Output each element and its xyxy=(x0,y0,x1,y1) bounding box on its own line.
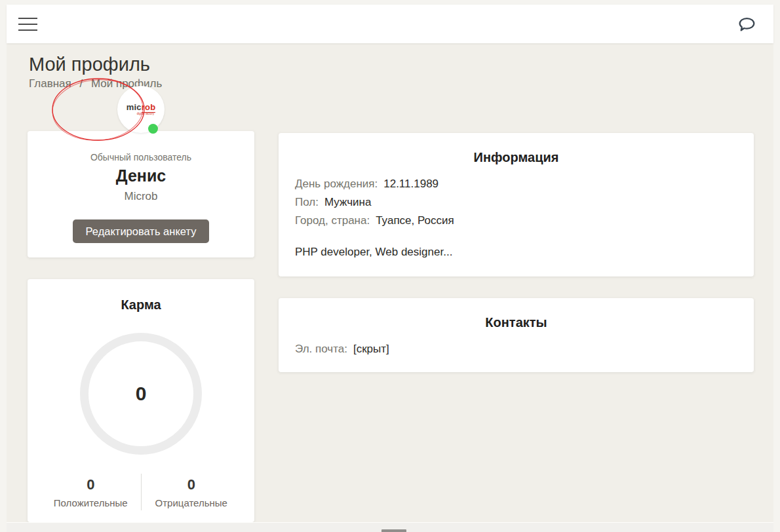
edit-profile-button[interactable]: Редактировать анкету xyxy=(73,219,210,243)
field-gender-label: Пол: xyxy=(295,196,319,208)
user-company: Microb xyxy=(41,190,241,203)
online-status-dot xyxy=(148,124,158,134)
negative-label: Отрицательные xyxy=(142,497,242,509)
user-role: Обычный пользователь xyxy=(41,152,241,162)
main-content: Мой профиль Главная / Мой профиль microb… xyxy=(7,43,773,522)
logo-text-primary: mic xyxy=(127,102,142,112)
user-avatar[interactable]: microb digital factory xyxy=(117,86,165,133)
right-column: Информация День рождения:12.11.1989 Пол:… xyxy=(279,133,754,522)
top-header-bar xyxy=(7,5,773,43)
field-birthday-label: День рождения: xyxy=(295,178,378,190)
karma-card: Карма 0 0 Положительные 0 Отрицательные xyxy=(28,279,254,522)
positive-count: 0 xyxy=(41,476,141,493)
field-location-label: Город, страна: xyxy=(295,214,370,227)
information-title: Информация xyxy=(295,149,737,166)
information-fields: День рождения:12.11.1989 Пол:Мужчина Гор… xyxy=(295,175,737,230)
content-row: microb digital factory Обычный пользоват… xyxy=(28,131,754,522)
page-title: Мой профиль xyxy=(29,52,754,76)
logo-text-accent: rob xyxy=(142,102,156,113)
negative-count: 0 xyxy=(142,476,242,493)
footer-handle[interactable] xyxy=(381,529,406,532)
field-gender-value: Мужчина xyxy=(324,196,371,208)
user-description: PHP developer, Web designer... xyxy=(295,243,737,261)
chat-button[interactable] xyxy=(735,13,758,35)
karma-ring: 0 xyxy=(80,333,202,455)
breadcrumb-home-link[interactable]: Главная xyxy=(29,77,71,90)
field-gender: Пол:Мужчина xyxy=(295,193,737,212)
karma-positive-stat: 0 Положительные xyxy=(41,476,141,509)
footer-strip xyxy=(7,522,773,532)
speech-bubble-icon xyxy=(736,14,757,35)
karma-stats: 0 Положительные 0 Отрицательные xyxy=(41,475,241,510)
field-email-value: [скрыт] xyxy=(353,343,389,355)
contacts-card: Контакты Эл. почта:[скрыт] xyxy=(279,298,754,372)
field-email: Эл. почта:[скрыт] xyxy=(295,340,737,358)
field-email-label: Эл. почта: xyxy=(295,343,347,355)
field-birthday-value: 12.11.1989 xyxy=(383,178,439,190)
menu-hamburger-icon[interactable] xyxy=(18,15,38,33)
profile-card: Обычный пользователь Денис Microb Редакт… xyxy=(28,131,254,257)
field-location-value: Туапсе, Россия xyxy=(376,214,454,227)
logo-tagline: digital factory xyxy=(137,112,155,116)
user-name: Денис xyxy=(41,166,241,185)
contacts-title: Контакты xyxy=(295,314,737,331)
left-column: microb digital factory Обычный пользоват… xyxy=(28,131,254,522)
field-location: Город, страна:Туапсе, Россия xyxy=(295,212,737,230)
information-card: Информация День рождения:12.11.1989 Пол:… xyxy=(279,133,754,276)
karma-total-value: 0 xyxy=(136,383,147,405)
positive-label: Положительные xyxy=(41,497,141,509)
field-birthday: День рождения:12.11.1989 xyxy=(295,175,737,193)
contacts-fields: Эл. почта:[скрыт] xyxy=(295,340,737,358)
page-wrapper: Мой профиль Главная / Мой профиль microb… xyxy=(7,5,773,532)
breadcrumb-separator: / xyxy=(79,77,83,90)
karma-negative-stat: 0 Отрицательные xyxy=(142,476,242,509)
karma-title: Карма xyxy=(41,296,241,313)
avatar-logo: microb xyxy=(127,103,156,112)
